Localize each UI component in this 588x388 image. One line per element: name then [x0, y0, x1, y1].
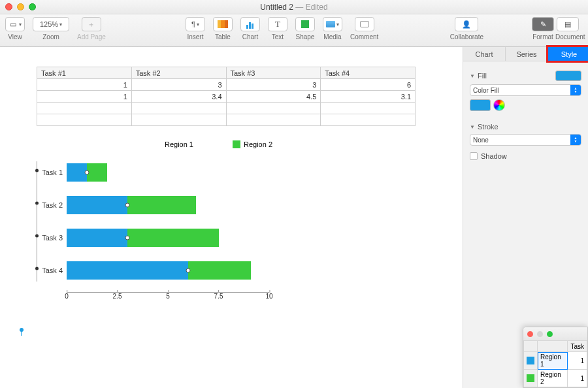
zoom-select[interactable]: 125% ▾: [33, 17, 69, 31]
fill-type-select[interactable]: Color Fill ▲▼: [470, 84, 581, 96]
chart-icon: [246, 20, 255, 29]
format-group: ✎ ▤ Format Document: [531, 17, 580, 40]
cell[interactable]: 1: [37, 91, 132, 103]
de-col[interactable]: Task: [568, 341, 587, 352]
edited-indicator: — Edited: [295, 3, 327, 12]
de-series-name[interactable]: Region 2: [538, 370, 568, 387]
cell[interactable]: 3.1: [321, 91, 416, 103]
document-icon: ▤: [564, 20, 571, 29]
bar-segment-region2[interactable]: [127, 229, 219, 247]
media-group: ▾ Media: [323, 17, 342, 40]
legend-swatch-r1: [154, 140, 161, 148]
bar-segment-region2[interactable]: [127, 196, 196, 214]
shadow-checkbox[interactable]: [470, 152, 478, 160]
cell[interactable]: 3: [226, 79, 321, 91]
shadow-row[interactable]: Shadow: [470, 152, 581, 160]
format-label: Format: [531, 33, 555, 40]
table-group: Table: [213, 17, 233, 40]
de-series-name[interactable]: Region 1: [538, 352, 568, 370]
category-label: Task 2: [37, 201, 63, 209]
document-button[interactable]: ▤: [557, 17, 579, 31]
chart-group: Chart: [240, 17, 260, 40]
col-header[interactable]: Task #1: [37, 67, 132, 79]
color-swatch[interactable]: [470, 99, 491, 111]
col-header[interactable]: Task #2: [131, 67, 226, 79]
zoom-icon[interactable]: [547, 331, 553, 337]
bar-segment-region2[interactable]: [188, 261, 251, 280]
fill-label: Fill: [478, 72, 487, 80]
plus-icon: ＋: [88, 20, 95, 29]
segment-handle[interactable]: [85, 170, 90, 175]
table-label: Table: [215, 33, 231, 40]
close-icon[interactable]: [527, 331, 533, 337]
disclosure-triangle-icon[interactable]: ▼: [470, 124, 475, 130]
series-swatch-icon: [527, 374, 534, 382]
cell[interactable]: 6: [321, 79, 416, 91]
shape-group: Shape: [295, 17, 315, 40]
media-label: Media: [323, 33, 341, 40]
fill-section[interactable]: ▼ Fill: [470, 71, 581, 81]
bar-segment-region2[interactable]: [87, 163, 107, 182]
color-wheel-icon[interactable]: [493, 99, 505, 111]
disclosure-triangle-icon[interactable]: ▼: [470, 73, 475, 79]
chart-button[interactable]: [240, 17, 260, 31]
col-header[interactable]: Task #3: [226, 67, 321, 79]
bar-segment-region1[interactable]: [67, 261, 188, 280]
insert-button[interactable]: ¶▾: [186, 17, 205, 31]
segment-handle[interactable]: [186, 268, 191, 273]
bar-row[interactable]: Task 1: [67, 161, 389, 184]
comment-group: Comment: [350, 17, 378, 40]
view-label: View: [8, 33, 22, 40]
stroke-select[interactable]: None ▲▼: [470, 134, 581, 146]
format-button[interactable]: ✎: [532, 17, 554, 31]
text-button[interactable]: T: [268, 17, 287, 31]
bar-row[interactable]: Task 4: [67, 259, 389, 282]
stacked-bar-chart[interactable]: Region 1 Region 2 Task 1Task 2Task 3Task…: [37, 140, 389, 305]
data-table[interactable]: Task #1 Task #2 Task #3 Task #4 1 3 3 6 …: [37, 67, 416, 126]
segment-handle[interactable]: [125, 236, 130, 240]
de-value[interactable]: 1: [568, 370, 587, 387]
cell[interactable]: 1: [37, 79, 132, 91]
chart-data-editor[interactable]: Task Region 1 1 Region 2 1: [523, 327, 588, 388]
media-button[interactable]: ▾: [323, 17, 342, 31]
panel-titlebar[interactable]: [523, 327, 587, 340]
segment-handle[interactable]: [125, 203, 130, 208]
zoom-label: Zoom: [42, 33, 59, 40]
bar-row[interactable]: Task 3: [67, 227, 389, 249]
comment-label: Comment: [350, 33, 378, 40]
chevron-down-icon: ▾: [19, 22, 22, 27]
cell[interactable]: 3.4: [131, 91, 226, 103]
bar-row[interactable]: Task 2: [67, 194, 389, 216]
cell[interactable]: 4.5: [226, 91, 321, 103]
media-icon: [326, 21, 335, 27]
view-group: ▭ ▾ View: [5, 17, 25, 40]
comment-icon: [360, 21, 369, 27]
axis-tick: 2.5: [113, 293, 122, 300]
shape-button[interactable]: [295, 17, 315, 31]
page-marker-icon: [20, 328, 24, 332]
stroke-section[interactable]: ▼ Stroke: [470, 123, 581, 131]
fill-preview-swatch[interactable]: [555, 71, 581, 81]
data-editor-grid[interactable]: Task Region 1 1 Region 2 1: [523, 340, 587, 387]
collaborate-group: 👤 Collaborate: [450, 17, 483, 40]
cell[interactable]: 3: [131, 79, 226, 91]
brush-icon: ✎: [540, 20, 546, 29]
tab-series[interactable]: Series: [506, 47, 548, 61]
chart-plot[interactable]: Task 1Task 2Task 3Task 402.557.510: [37, 161, 389, 305]
comment-button[interactable]: [355, 17, 374, 31]
col-header[interactable]: Task #4: [321, 67, 416, 79]
document-title: Untitled 2: [260, 3, 293, 12]
tab-chart[interactable]: Chart: [463, 47, 506, 61]
de-value[interactable]: 1: [568, 352, 587, 370]
collaborate-button[interactable]: 👤: [455, 17, 478, 31]
tab-style[interactable]: Style: [546, 45, 588, 63]
canvas-area[interactable]: Task #1 Task #2 Task #3 Task #4 1 3 3 6 …: [0, 47, 463, 388]
bar-segment-region1[interactable]: [67, 196, 127, 214]
bar-segment-region1[interactable]: [67, 163, 87, 182]
bar-segment-region1[interactable]: [67, 229, 127, 247]
axis-tick: 7.5: [214, 293, 223, 300]
table-button[interactable]: [213, 17, 233, 31]
view-button[interactable]: ▭ ▾: [5, 17, 25, 31]
collaborate-label: Collaborate: [450, 33, 483, 40]
add-page-button[interactable]: ＋: [82, 17, 101, 31]
